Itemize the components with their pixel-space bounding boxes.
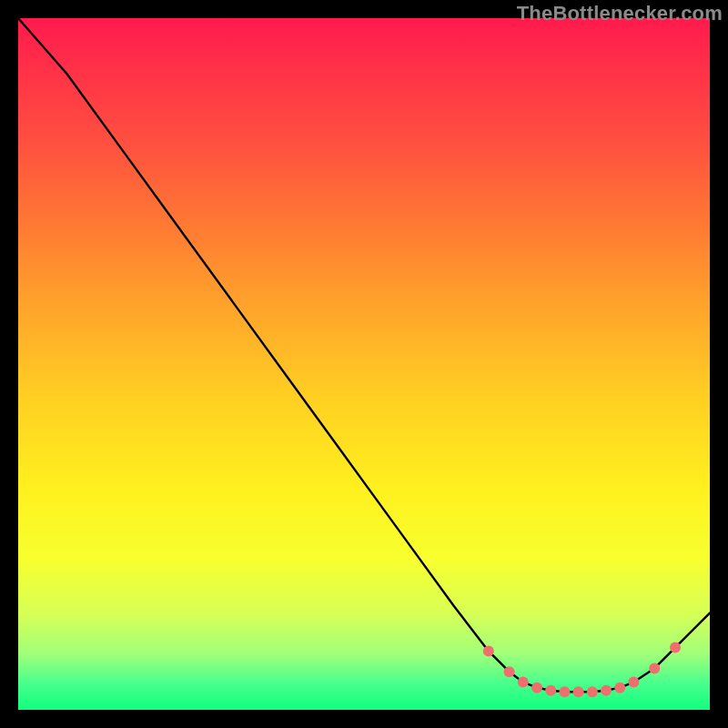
curve-marker: [483, 645, 494, 656]
bottleneck-curve: [18, 18, 710, 692]
curve-marker: [504, 666, 515, 677]
curve-marker: [518, 677, 529, 688]
curve-marker: [670, 642, 681, 653]
watermark-text: TheBottlenecker.com: [517, 2, 723, 25]
curve-marker: [545, 685, 556, 696]
chart-frame: TheBottlenecker.com: [0, 0, 728, 728]
curve-marker: [531, 682, 542, 693]
chart-plot-area: [18, 18, 710, 710]
curve-marker: [559, 686, 570, 697]
curve-markers: [483, 642, 681, 698]
curve-marker: [601, 685, 612, 696]
curve-marker: [614, 682, 625, 693]
curve-marker: [573, 686, 584, 697]
curve-marker: [649, 662, 660, 673]
curve-marker: [628, 677, 639, 688]
curve-marker: [587, 686, 598, 697]
chart-svg: [18, 18, 710, 710]
